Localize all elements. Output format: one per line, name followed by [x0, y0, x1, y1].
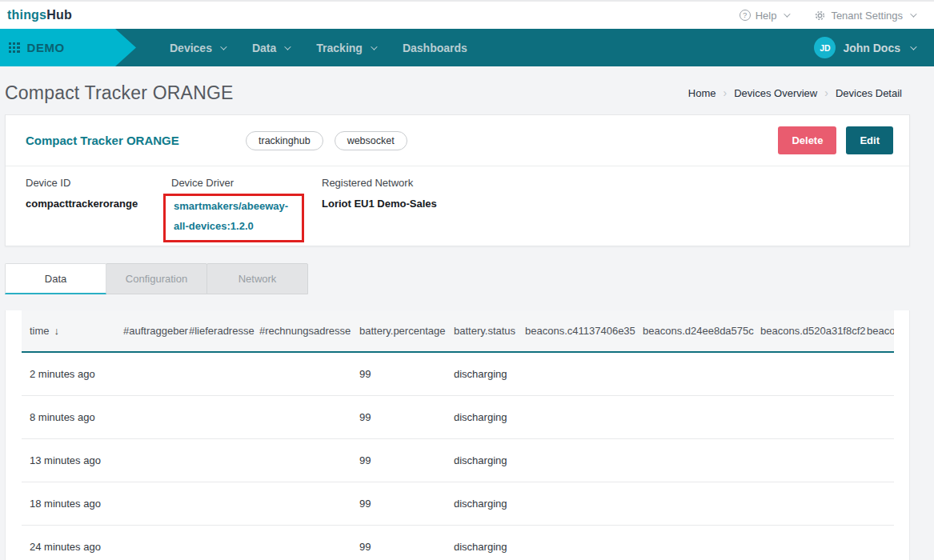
- device-driver-link[interactable]: smartmakers/abeeway-all-devices:1.2.0: [174, 196, 294, 236]
- data-table: time↓#auftraggeber#lieferadresse#rechnun…: [22, 310, 894, 560]
- column-header[interactable]: time↓: [22, 310, 115, 352]
- table-cell: [115, 439, 181, 482]
- tag-trackinghub[interactable]: trackinghub: [246, 131, 323, 150]
- table-cell: [859, 439, 894, 482]
- table-cell: [517, 439, 635, 482]
- nav-item-data[interactable]: Data: [252, 42, 289, 54]
- table-cell: [115, 396, 181, 439]
- table-cell: [251, 352, 351, 396]
- page-header: Compact Tracker ORANGE Home › Devices Ov…: [5, 66, 910, 114]
- column-header[interactable]: #rechnungsadresse: [251, 310, 351, 352]
- data-table-wrapper: time↓#auftraggeber#lieferadresse#rechnun…: [22, 310, 894, 560]
- table-cell: [115, 352, 181, 396]
- page-body: Compact Tracker ORANGE Home › Devices Ov…: [5, 66, 910, 560]
- chevron-down-icon: [910, 10, 916, 17]
- app-logo[interactable]: thingsHub: [7, 8, 72, 22]
- nav-item-dashboards[interactable]: Dashboards: [403, 42, 467, 54]
- table-cell: [635, 352, 752, 396]
- table-cell: [251, 439, 351, 482]
- table-row[interactable]: 8 minutes ago99discharging: [22, 396, 894, 439]
- nav-menu: Devices Data Tracking Dashboards: [170, 29, 467, 66]
- tab-content: time↓#auftraggeber#lieferadresse#rechnun…: [5, 310, 910, 560]
- tenant-switcher[interactable]: DEMO: [0, 29, 136, 66]
- table-cell: [752, 352, 859, 396]
- table-header-row: time↓#auftraggeber#lieferadresse#rechnun…: [22, 310, 894, 352]
- tenant-settings-menu[interactable]: Tenant Settings: [814, 10, 915, 22]
- table-cell: [752, 396, 859, 439]
- table-cell: [635, 526, 752, 560]
- delete-button[interactable]: Delete: [778, 126, 836, 154]
- table-cell: discharging: [446, 396, 517, 439]
- table-cell: discharging: [446, 439, 517, 482]
- table-cell: [181, 526, 251, 560]
- table-cell: [635, 396, 752, 439]
- device-actions: Delete Edit: [778, 126, 893, 154]
- table-cell: [251, 396, 351, 439]
- topbar: thingsHub ? Help Tenant Settings: [0, 0, 934, 29]
- chevron-down-icon: [284, 43, 291, 50]
- table-row[interactable]: 13 minutes ago99discharging: [22, 439, 894, 482]
- table-cell: discharging: [446, 352, 517, 396]
- table-cell: [181, 482, 251, 526]
- help-menu[interactable]: ? Help: [740, 10, 789, 22]
- column-header[interactable]: beacons.c41137406e35: [517, 310, 635, 352]
- detail-tabs: Data Configuration Network: [5, 263, 910, 294]
- table-cell: [859, 526, 894, 560]
- edit-button[interactable]: Edit: [846, 126, 893, 154]
- table-cell: discharging: [446, 526, 517, 560]
- field-label: Device ID: [26, 177, 171, 189]
- column-header[interactable]: battery.percentage: [351, 310, 446, 352]
- nav-item-devices[interactable]: Devices: [170, 42, 225, 54]
- table-cell: [517, 526, 635, 560]
- field-registered-network: Registered Network Loriot EU1 Demo-Sales: [322, 177, 437, 242]
- table-cell: [115, 526, 181, 560]
- logo-part-things: things: [7, 8, 46, 22]
- device-id-value: compacttrackerorange: [26, 194, 171, 214]
- table-head: time↓#auftraggeber#lieferadresse#rechnun…: [22, 310, 894, 352]
- breadcrumb-separator: ›: [824, 86, 828, 99]
- nav-item-label: Tracking: [316, 42, 363, 54]
- table-cell: 8 minutes ago: [22, 396, 115, 439]
- table-cell: [181, 396, 251, 439]
- registered-network-value: Loriot EU1 Demo-Sales: [322, 194, 437, 214]
- breadcrumb-home[interactable]: Home: [688, 87, 716, 99]
- column-header[interactable]: #auftraggeber: [115, 310, 181, 352]
- nav-item-tracking[interactable]: Tracking: [316, 42, 375, 54]
- table-row[interactable]: 18 minutes ago99discharging: [22, 482, 894, 526]
- table-cell: [635, 439, 752, 482]
- tab-configuration[interactable]: Configuration: [106, 263, 207, 294]
- tab-data[interactable]: Data: [5, 263, 106, 294]
- table-cell: 24 minutes ago: [22, 526, 115, 560]
- table-cell: [752, 482, 859, 526]
- chevron-down-icon: [371, 43, 377, 50]
- column-header[interactable]: #lieferadresse: [181, 310, 251, 352]
- table-cell: 99: [351, 352, 446, 396]
- column-header[interactable]: beacons.d520a31f8cf2: [752, 310, 859, 352]
- table-row[interactable]: 24 minutes ago99discharging: [22, 526, 894, 560]
- avatar: JD: [814, 37, 836, 58]
- main-navbar: DEMO Devices Data Tracking Dashboards JD…: [0, 29, 934, 66]
- tab-network[interactable]: Network: [206, 263, 308, 294]
- field-label: Registered Network: [322, 177, 437, 189]
- table-body: 2 minutes ago99discharging8 minutes ago9…: [22, 352, 894, 560]
- breadcrumb-devices-overview[interactable]: Devices Overview: [734, 87, 817, 99]
- user-menu[interactable]: JD John Docs: [814, 29, 934, 66]
- user-name: John Docs: [843, 42, 900, 54]
- topbar-right: ? Help Tenant Settings: [740, 10, 915, 22]
- chevron-down-icon: [784, 10, 791, 17]
- table-cell: 18 minutes ago: [22, 482, 115, 526]
- logo-part-hub: Hub: [46, 8, 72, 22]
- column-header[interactable]: battery.status: [446, 310, 517, 352]
- gear-icon: [814, 10, 826, 22]
- chevron-down-icon: [910, 43, 916, 50]
- field-device-id: Device ID compacttrackerorange: [26, 177, 171, 242]
- column-header[interactable]: beacons.d24ee8da575c: [635, 310, 752, 352]
- help-label: Help: [756, 10, 777, 22]
- breadcrumb-separator: ›: [724, 86, 728, 99]
- tag-websocket[interactable]: websocket: [335, 131, 407, 150]
- table-cell: [859, 352, 894, 396]
- table-row[interactable]: 2 minutes ago99discharging: [22, 352, 894, 396]
- table-cell: 99: [351, 482, 446, 526]
- tenant-settings-label: Tenant Settings: [831, 10, 903, 22]
- table-cell: [517, 482, 635, 526]
